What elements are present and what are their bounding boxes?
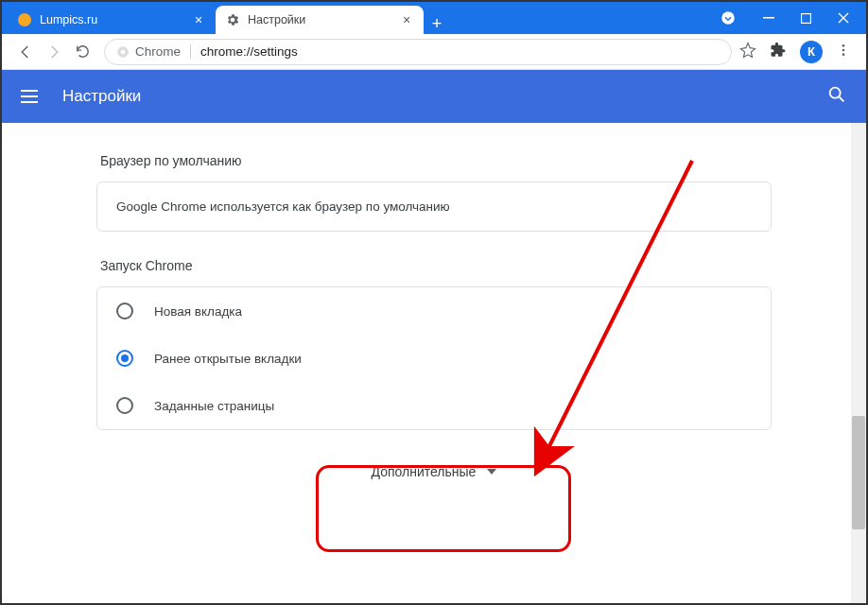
chevron-down-icon — [487, 469, 496, 475]
option-label: Новая вкладка — [154, 304, 242, 319]
tab-strip: Lumpics.ru × Настройки × + — [2, 2, 703, 34]
default-browser-card: Google Chrome используется как браузер п… — [96, 182, 772, 232]
back-button[interactable] — [11, 38, 40, 66]
settings-title: Настройки — [62, 87, 826, 106]
scrollbar-thumb[interactable] — [852, 416, 865, 529]
window-controls — [703, 2, 866, 34]
maximize-button[interactable] — [801, 13, 811, 24]
tab-title: Lumpics.ru — [40, 13, 97, 26]
gear-icon — [225, 12, 240, 27]
menu-icon[interactable] — [21, 85, 43, 108]
radio-icon — [116, 350, 133, 367]
startup-option-specific-pages[interactable]: Заданные страницы — [97, 382, 771, 429]
extensions-icon[interactable] — [770, 42, 787, 62]
svg-point-1 — [721, 11, 735, 25]
svg-rect-2 — [763, 17, 774, 19]
forward-button[interactable] — [40, 38, 68, 66]
close-icon[interactable]: × — [399, 12, 414, 27]
svg-point-7 — [842, 48, 845, 51]
profile-avatar[interactable]: К — [800, 41, 823, 63]
chrome-icon — [116, 45, 130, 59]
tab-title: Настройки — [248, 13, 305, 26]
settings-app-header: Настройки — [2, 70, 866, 123]
svg-point-6 — [842, 44, 845, 47]
search-icon[interactable] — [826, 84, 847, 109]
address-bar[interactable]: Chrome chrome://settings — [104, 39, 732, 65]
on-startup-card: Новая вкладка Ранее открытые вкладки Зад… — [96, 286, 772, 430]
tab-lumpics[interactable]: Lumpics.ru × — [8, 6, 216, 34]
minimize-button[interactable] — [763, 12, 774, 24]
svg-rect-3 — [802, 13, 811, 23]
default-browser-text: Google Chrome используется как браузер п… — [116, 199, 450, 214]
advanced-label: Дополнительные — [372, 464, 477, 479]
bookmark-star-icon[interactable] — [739, 42, 756, 62]
settings-content: Браузер по умолчанию Google Chrome испол… — [2, 123, 866, 487]
url-text: chrome://settings — [200, 44, 298, 59]
reload-button[interactable] — [68, 38, 96, 66]
caret-down-icon[interactable] — [720, 9, 737, 26]
radio-icon — [116, 302, 133, 320]
section-on-startup-label: Запуск Chrome — [100, 258, 772, 273]
option-label: Ранее открытые вкладки — [154, 352, 302, 366]
new-tab-button[interactable]: + — [424, 14, 450, 34]
browser-titlebar: Lumpics.ru × Настройки × + — [2, 2, 866, 34]
favicon-lumpics — [17, 12, 32, 27]
svg-point-0 — [18, 13, 31, 26]
url-chip: Chrome — [135, 44, 181, 59]
toolbar: Chrome chrome://settings К — [2, 34, 866, 70]
svg-point-8 — [842, 53, 845, 56]
advanced-toggle[interactable]: Дополнительные — [358, 457, 511, 487]
svg-point-5 — [121, 49, 126, 54]
section-default-browser-label: Браузер по умолчанию — [100, 153, 772, 168]
svg-point-9 — [830, 88, 841, 98]
radio-icon — [116, 397, 133, 414]
close-icon[interactable]: × — [191, 12, 206, 27]
tab-settings[interactable]: Настройки × — [216, 6, 424, 34]
scrollbar[interactable] — [851, 123, 866, 603]
startup-option-new-tab[interactable]: Новая вкладка — [97, 287, 771, 335]
window-close-button[interactable] — [838, 12, 849, 24]
startup-option-continue[interactable]: Ранее открытые вкладки — [97, 335, 771, 382]
option-label: Заданные страницы — [154, 399, 274, 413]
kebab-menu-icon[interactable] — [836, 43, 851, 61]
